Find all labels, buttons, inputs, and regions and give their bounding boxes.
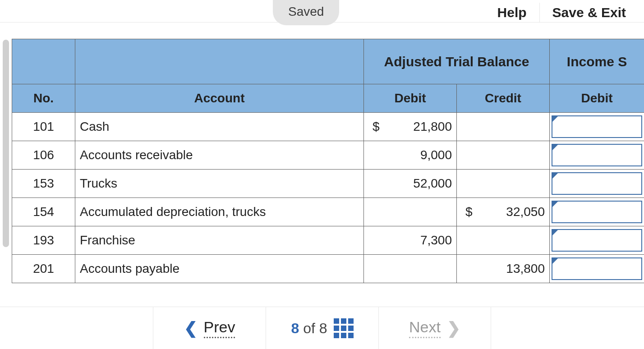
cell-debit: 7,300: [364, 226, 457, 255]
chevron-right-icon: ❯: [447, 319, 460, 338]
saved-status-pill: Saved: [273, 0, 339, 25]
worksheet-table: Adjusted Trial Balance Income S No. Acco…: [12, 39, 644, 283]
cell-credit: [457, 141, 550, 170]
cell-no: 101: [12, 113, 75, 141]
cell-is-debit-input[interactable]: [550, 226, 644, 255]
cell-debit: [364, 198, 457, 226]
table-row: 101 Cash $21,800: [12, 113, 644, 141]
page-indicator[interactable]: 8 of 8: [266, 307, 378, 349]
header-blank-1: [12, 39, 75, 84]
cell-debit: 52,000: [364, 170, 457, 198]
cell-credit: [457, 113, 550, 141]
col-header-credit: Credit: [457, 84, 550, 113]
col-header-is-debit: Debit: [550, 84, 644, 113]
main-area: Adjusted Trial Balance Income S No. Acco…: [0, 23, 644, 302]
cell-account: Accounts receivable: [75, 141, 364, 170]
table-row: 153 Trucks 52,000: [12, 170, 644, 198]
cell-is-debit-input[interactable]: [550, 170, 644, 198]
cell-debit: $21,800: [364, 113, 457, 141]
cell-is-debit-input[interactable]: [550, 141, 644, 170]
top-toolbar-right: Help Save & Exit: [485, 3, 639, 23]
cell-credit: [457, 226, 550, 255]
table-row: 106 Accounts receivable 9,000: [12, 141, 644, 170]
cell-credit: $32,050: [457, 198, 550, 226]
top-toolbar: Saved Help Save & Exit: [0, 0, 644, 23]
input-box[interactable]: [552, 172, 642, 195]
chevron-left-icon: ❮: [184, 319, 198, 338]
cell-account: Cash: [75, 113, 364, 141]
col-header-account: Account: [75, 84, 364, 113]
col-header-debit: Debit: [364, 84, 457, 113]
cell-is-debit-input[interactable]: [550, 113, 644, 141]
input-box[interactable]: [552, 115, 642, 138]
col-header-no: No.: [12, 84, 75, 113]
cell-no: 154: [12, 198, 75, 226]
nav-group: ❮ Prev 8 of 8 Next ❯: [153, 307, 491, 349]
input-box[interactable]: [552, 201, 642, 223]
table-row: 201 Accounts payable 13,800: [12, 255, 644, 283]
cell-no: 193: [12, 226, 75, 255]
header-income-statement: Income S: [550, 39, 644, 84]
save-and-exit-button[interactable]: Save & Exit: [539, 3, 639, 23]
cell-account: Franchise: [75, 226, 364, 255]
cell-debit: 9,000: [364, 141, 457, 170]
header-adjusted-trial-balance: Adjusted Trial Balance: [364, 39, 550, 84]
page-indicator-text: 8 of 8: [291, 320, 327, 337]
cell-no: 201: [12, 255, 75, 283]
cell-is-debit-input[interactable]: [550, 198, 644, 226]
prev-button[interactable]: ❮ Prev: [153, 307, 266, 349]
prev-label: Prev: [204, 318, 235, 338]
header-blank-2: [75, 39, 364, 84]
vertical-scrollbar[interactable]: [3, 40, 9, 247]
next-button[interactable]: Next ❯: [378, 307, 491, 349]
cell-no: 153: [12, 170, 75, 198]
next-label: Next: [409, 318, 441, 338]
cell-account: Trucks: [75, 170, 364, 198]
cell-account: Accounts payable: [75, 255, 364, 283]
cell-is-debit-input[interactable]: [550, 255, 644, 283]
cell-credit: [457, 170, 550, 198]
table-row: 193 Franchise 7,300: [12, 226, 644, 255]
cell-credit: 13,800: [457, 255, 550, 283]
input-box[interactable]: [552, 257, 642, 280]
table-row: 154 Accumulated depreciation, trucks $32…: [12, 198, 644, 226]
help-button[interactable]: Help: [485, 3, 539, 23]
bottom-nav: ❮ Prev 8 of 8 Next ❯: [0, 307, 644, 349]
grid-icon[interactable]: [334, 318, 354, 338]
cell-debit: [364, 255, 457, 283]
input-box[interactable]: [552, 144, 642, 166]
input-box[interactable]: [552, 229, 642, 252]
cell-account: Accumulated depreciation, trucks: [75, 198, 364, 226]
cell-no: 106: [12, 141, 75, 170]
